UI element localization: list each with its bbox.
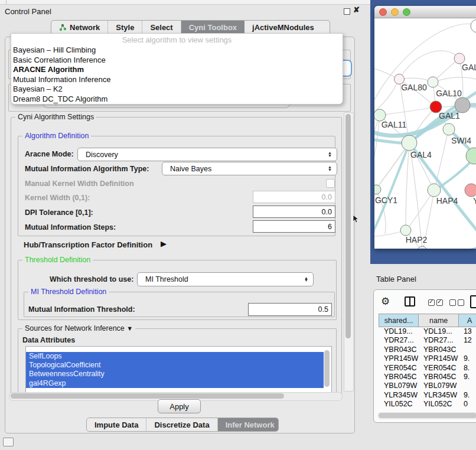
- network-edge[interactable]: [407, 190, 434, 230]
- column-header-A[interactable]: A: [459, 314, 476, 327]
- tab-jactivemnodules[interactable]: jActiveMNodules: [244, 21, 322, 34]
- network-node[interactable]: [428, 77, 438, 87]
- network-node[interactable]: [374, 185, 381, 194]
- network-edge[interactable]: [380, 107, 436, 115]
- network-node[interactable]: [471, 19, 476, 32]
- table-row[interactable]: YPR145WYPR145W9.: [379, 354, 476, 363]
- control-panel: Control Panel ✘ NetworkStyleSelectCyni T…: [0, 5, 358, 433]
- table-cell: [458, 345, 476, 354]
- bottom-tab-discretize-data[interactable]: Discretize Data: [146, 418, 217, 431]
- kernel-width-label: Kernel Width (0,1):: [25, 194, 90, 202]
- dropdown-item[interactable]: Bayesian – K2: [11, 84, 343, 94]
- float-window-icon[interactable]: [344, 8, 350, 15]
- deselect-all-checkboxes-icon[interactable]: [449, 298, 466, 308]
- table-cell: YBR045C: [418, 373, 458, 381]
- dropdown-item[interactable]: Basic Correlation Inference: [11, 56, 343, 66]
- network-window-titlebar[interactable]: [374, 6, 476, 18]
- tab-style[interactable]: Style: [108, 21, 142, 34]
- attributes-vscrollbar[interactable]: [324, 350, 330, 387]
- network-node[interactable]: [465, 184, 476, 197]
- column-header-shared[interactable]: shared...: [379, 314, 419, 327]
- network-edge[interactable]: [406, 143, 409, 230]
- apply-button[interactable]: Apply: [158, 399, 201, 413]
- select-all-checkboxes-icon[interactable]: [428, 298, 445, 308]
- dpi-tolerance-field[interactable]: 0.0: [253, 206, 335, 218]
- table-cell: YDL19...: [379, 327, 418, 336]
- mi-threshold-field[interactable]: 0.5: [248, 303, 332, 316]
- table-row[interactable]: YBL079WYBL079W: [379, 381, 476, 390]
- attribute-list-item[interactable]: BetweennessCentrality: [26, 370, 324, 379]
- dropdown-items: Bayesian – Hill ClimbingBasic Correlatio…: [11, 45, 343, 105]
- table-icon[interactable]: [470, 295, 476, 308]
- table-hscrollbar-thumb[interactable]: [379, 413, 476, 418]
- which-threshold-combo[interactable]: MI Threshold ▲▼: [137, 272, 314, 286]
- network-node[interactable]: [466, 148, 476, 164]
- tab-label: Style: [116, 23, 134, 32]
- bottom-tab-impute-data[interactable]: Impute Data: [87, 418, 146, 431]
- mi-type-combo[interactable]: Naive Bayes ▲▼: [162, 162, 337, 175]
- dropdown-item[interactable]: Dream8 DC_TDC Algorithm: [11, 94, 343, 105]
- close-icon[interactable]: ✘: [353, 5, 360, 14]
- algorithm-dropdown: Select algorithm to view settings Bayesi…: [11, 33, 343, 105]
- mi-steps-field[interactable]: 6: [253, 220, 335, 233]
- network-edge[interactable]: [433, 77, 476, 82]
- network-window: GALGAL80GAL10GAL1GAL11SWI4GAL4GCY1HAP4YH…: [374, 6, 476, 249]
- which-threshold-label: Which threshold to use:: [50, 275, 133, 283]
- attribute-list-item[interactable]: TopologicalCoefficient: [26, 361, 324, 370]
- table-row[interactable]: YBR043CYBR043C: [379, 345, 476, 354]
- tab-cyni-toolbox[interactable]: Cyni Toolbox: [181, 21, 244, 34]
- attribute-list-item[interactable]: gal4RGexp: [26, 379, 324, 388]
- network-node[interactable]: [402, 135, 417, 151]
- table-row[interactable]: YIL052CYIL052C0: [379, 400, 476, 409]
- zoom-traffic-light[interactable]: [403, 8, 410, 16]
- table-cell: YDL19...: [418, 327, 458, 336]
- aracne-mode-combo[interactable]: Discovery ▲▼: [77, 148, 337, 161]
- manual-kernel-checkbox[interactable]: [326, 179, 335, 188]
- table-row[interactable]: YER054CYER054C8.: [379, 364, 476, 373]
- network-node[interactable]: [428, 184, 441, 197]
- table-cell: YBR043C: [379, 345, 418, 354]
- dropdown-item[interactable]: Bayesian – Hill Climbing: [11, 45, 343, 56]
- table-row[interactable]: YDL19...YDL19...13: [379, 327, 476, 336]
- spinner-arrows-icon[interactable]: ▲▼: [304, 277, 313, 282]
- settings-vscrollbar-track[interactable]: [344, 112, 354, 392]
- dropdown-item[interactable]: Mutual Information Inference: [11, 75, 343, 85]
- data-attributes-list[interactable]: SelfLoopsTopologicalCoefficientBetweenne…: [25, 346, 332, 393]
- bottom-tab-infer-network[interactable]: Infer Network: [218, 418, 279, 431]
- network-node[interactable]: [443, 123, 455, 135]
- top-strip-divider: [6, 0, 6, 4]
- close-traffic-light[interactable]: [379, 8, 387, 16]
- collapse-arrow-icon[interactable]: ▼: [126, 325, 133, 332]
- table-row[interactable]: YLR345WYLR345W9.: [379, 391, 476, 400]
- network-edge[interactable]: [374, 79, 399, 113]
- tab-select[interactable]: Select: [142, 21, 181, 34]
- dropdown-item[interactable]: ARACNE Algorithm: [11, 65, 343, 75]
- kernel-width-field[interactable]: 0.0: [253, 191, 335, 203]
- tab-network[interactable]: Network: [51, 21, 108, 34]
- expand-arrow-icon[interactable]: ▶: [161, 239, 167, 248]
- column-header-name[interactable]: name: [419, 314, 459, 327]
- hub-section-label[interactable]: Hub/Transcription Factor Definition: [24, 240, 152, 249]
- settings-vscrollbar-thumb[interactable]: [345, 114, 351, 338]
- attribute-list-item[interactable]: SelfLoops: [26, 352, 324, 361]
- minimize-traffic-light[interactable]: [391, 8, 399, 16]
- table-row[interactable]: YBR045CYBR045C9.: [379, 373, 476, 381]
- network-canvas[interactable]: GALGAL80GAL10GAL1GAL11SWI4GAL4GCY1HAP4YH…: [374, 18, 476, 249]
- minimized-panel-icon[interactable]: [3, 438, 14, 446]
- gear-icon[interactable]: ⚙: [381, 295, 390, 308]
- tab-label: jActiveMNodules: [252, 23, 314, 32]
- sources-title: Sources for Network Inference: [25, 324, 125, 332]
- spinner-arrows-icon[interactable]: ▲▼: [328, 166, 337, 171]
- table-cell: YER054C: [418, 364, 458, 373]
- mi-steps-label: Mutual Information Steps:: [25, 223, 116, 231]
- split-columns-icon[interactable]: [405, 296, 415, 306]
- settings-hscrollbar-thumb[interactable]: [11, 393, 284, 399]
- table-cell: 8.: [458, 364, 476, 373]
- network-node[interactable]: [400, 225, 411, 236]
- table-row[interactable]: YDR27...YDR27...12: [379, 336, 476, 345]
- table-hscrollbar[interactable]: [377, 412, 476, 419]
- threshold-definition-title: Threshold Definition: [22, 256, 93, 264]
- table-cell: YBL079W: [379, 381, 418, 390]
- network-node[interactable]: [374, 109, 386, 121]
- spinner-arrows-icon[interactable]: ▲▼: [328, 152, 337, 157]
